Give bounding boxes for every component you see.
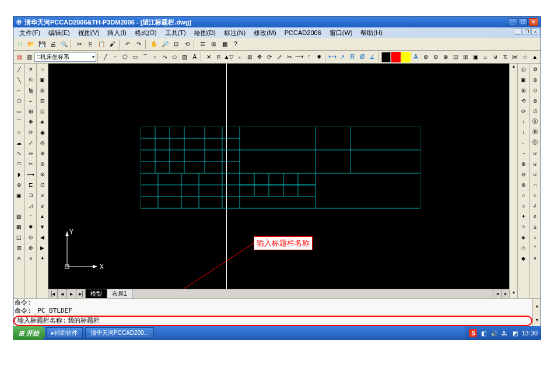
dim-angular-button[interactable]: ∠ bbox=[367, 52, 377, 62]
offset-button[interactable]: ⫠ bbox=[235, 52, 244, 62]
misc-button-12[interactable]: ▲ bbox=[530, 52, 539, 62]
r1-10[interactable]: ⊕ bbox=[518, 159, 528, 169]
rotate-button[interactable]: ⟳ bbox=[265, 52, 274, 62]
pc-14[interactable]: ⊎ bbox=[37, 201, 47, 211]
dim-linear-button[interactable]: ⟷ bbox=[328, 52, 337, 62]
r1-9[interactable]: → bbox=[518, 148, 528, 158]
menu-edit[interactable]: 编辑(E) bbox=[45, 28, 73, 38]
cmd-scroll-down[interactable]: ▾ bbox=[533, 313, 541, 327]
r2-9[interactable]: ⊍ bbox=[530, 148, 540, 158]
redo-button[interactable]: ↷ bbox=[134, 39, 144, 50]
r2-16[interactable]: ≥ bbox=[530, 222, 540, 232]
taskbar-item-folder[interactable]: ▸辅助软件 bbox=[46, 327, 83, 339]
drawing-area[interactable]: 输入标题栏名称 Y X |◂ ◂ bbox=[48, 64, 509, 298]
explode-icon[interactable]: ✸ bbox=[26, 222, 36, 232]
r2-15[interactable]: ≤ bbox=[530, 211, 540, 221]
misc-button-6[interactable]: ▣ bbox=[471, 52, 480, 62]
menu-modify[interactable]: 修改(M) bbox=[250, 28, 280, 38]
pc-19[interactable]: ✦ bbox=[37, 253, 47, 263]
pc-16[interactable]: ▼ bbox=[37, 222, 47, 232]
extend-icon[interactable]: ⟶ bbox=[26, 169, 36, 179]
ellipse-tool[interactable]: ⬭ bbox=[170, 52, 180, 62]
region-icon[interactable]: ◫ bbox=[14, 232, 24, 242]
spline-icon[interactable]: ∿ bbox=[14, 148, 24, 158]
polygon-icon[interactable]: ⬠ bbox=[14, 96, 24, 106]
r1-16[interactable]: ✧ bbox=[518, 222, 528, 232]
start-button[interactable]: ⊞ 开始 bbox=[13, 326, 45, 340]
pc-4[interactable]: ⊟ bbox=[37, 96, 47, 106]
move-button[interactable]: ✥ bbox=[255, 52, 264, 62]
open-button[interactable]: 📂 bbox=[26, 39, 36, 50]
chamfer-icon[interactable]: ◿ bbox=[26, 201, 36, 211]
misc-button-8[interactable]: ⊍ bbox=[490, 52, 500, 62]
mtext-icon[interactable]: A bbox=[14, 253, 24, 263]
doc-restore-button[interactable]: ❐ bbox=[523, 28, 531, 35]
text-tool[interactable]: A bbox=[190, 52, 199, 62]
r1-13[interactable]: ⌂ bbox=[518, 190, 528, 200]
pc-18[interactable]: ▶ bbox=[37, 243, 47, 253]
dim-aligned-button[interactable]: ↗ bbox=[338, 52, 347, 62]
designcenter-button[interactable]: ⊞ bbox=[208, 39, 219, 50]
misc-button-7[interactable]: ⌂ bbox=[481, 52, 490, 62]
tray-icon-2[interactable]: ◩ bbox=[511, 329, 519, 337]
r1-7[interactable]: ↓ bbox=[518, 127, 528, 137]
color-red[interactable] bbox=[391, 52, 401, 62]
preview-button[interactable]: 🔍 bbox=[59, 39, 69, 50]
r2-19[interactable]: × bbox=[530, 253, 540, 263]
r1-12[interactable]: ⊗ bbox=[518, 180, 528, 190]
pc-6[interactable]: ◈ bbox=[37, 117, 47, 127]
r2-14[interactable]: ≠ bbox=[530, 201, 540, 211]
pc-13[interactable]: ⊍ bbox=[37, 190, 47, 200]
vscroll-track[interactable] bbox=[510, 72, 517, 290]
r2-7[interactable]: Ⓑ bbox=[530, 127, 540, 137]
properties-button[interactable]: ☰ bbox=[197, 39, 208, 50]
r1-15[interactable]: ✦ bbox=[518, 211, 528, 221]
r2-11[interactable]: ∪ bbox=[530, 169, 540, 179]
break-icon[interactable]: ⊏ bbox=[26, 180, 36, 190]
circle-icon[interactable]: ○ bbox=[14, 127, 24, 137]
spline-tool[interactable]: ∿ bbox=[160, 52, 170, 62]
pc-17[interactable]: ◀ bbox=[37, 232, 47, 242]
tab-nav-last[interactable]: ▸| bbox=[76, 289, 86, 298]
arc-tool[interactable]: ⌒ bbox=[141, 52, 150, 62]
menu-tools[interactable]: 工具(T) bbox=[162, 28, 190, 38]
color-yellow[interactable] bbox=[401, 52, 411, 62]
misc-button-5[interactable]: ⊞ bbox=[461, 52, 470, 62]
tray-clock[interactable]: 13:30 bbox=[521, 330, 538, 337]
array-button[interactable]: ⊞ bbox=[245, 52, 254, 62]
tray-volume-icon[interactable]: 🔊 bbox=[490, 329, 498, 337]
menu-format[interactable]: 格式(O) bbox=[131, 28, 160, 38]
vscroll-up[interactable]: ▴ bbox=[510, 64, 517, 72]
r2-12[interactable]: ∩ bbox=[530, 180, 540, 190]
misc-button-3[interactable]: ⊗ bbox=[441, 52, 450, 62]
tab-nav-first[interactable]: |◂ bbox=[48, 289, 58, 298]
cut-button[interactable]: ✂ bbox=[74, 39, 85, 50]
ellarc-icon[interactable]: ◗ bbox=[14, 169, 24, 179]
zoom-window-button[interactable]: ⊡ bbox=[171, 39, 181, 50]
command-input[interactable] bbox=[68, 317, 530, 325]
hatch-tool[interactable]: ▨ bbox=[180, 52, 190, 62]
menu-help[interactable]: 帮助(H) bbox=[357, 28, 385, 38]
trim-button[interactable]: ✂ bbox=[285, 52, 294, 62]
r2-6[interactable]: Ⓐ bbox=[530, 117, 540, 127]
misc-button-11[interactable]: ☆ bbox=[520, 52, 530, 62]
hatch-icon[interactable]: ▨ bbox=[14, 211, 24, 221]
r2-2[interactable]: ⊚ bbox=[530, 75, 540, 85]
explode-button[interactable]: ✸ bbox=[314, 52, 324, 62]
misc-button-9[interactable]: π bbox=[500, 52, 510, 62]
close-button[interactable]: × bbox=[529, 18, 538, 26]
r2-17[interactable]: ± bbox=[530, 232, 540, 242]
insert-icon[interactable]: ⊕ bbox=[14, 180, 24, 190]
pc-5[interactable]: ⊡ bbox=[37, 106, 47, 116]
vscroll-down[interactable]: ▾ bbox=[510, 290, 517, 298]
trim-icon[interactable]: ✂ bbox=[26, 159, 36, 169]
join-icon[interactable]: ⊐ bbox=[26, 190, 36, 200]
cmd-scroll-up[interactable]: ▴ bbox=[533, 299, 541, 313]
misc-button-1[interactable]: ⊕ bbox=[421, 52, 430, 62]
r1-2[interactable]: ▣ bbox=[518, 75, 528, 85]
misc-button-10[interactable]: ⋈ bbox=[510, 52, 520, 62]
ellipse-icon[interactable]: ⬭ bbox=[14, 159, 24, 169]
menu-pccad[interactable]: PCCAD2006 bbox=[281, 29, 325, 37]
tab-nav-prev[interactable]: ◂ bbox=[58, 289, 67, 298]
tab-layout1[interactable]: 布局1 bbox=[107, 289, 132, 298]
